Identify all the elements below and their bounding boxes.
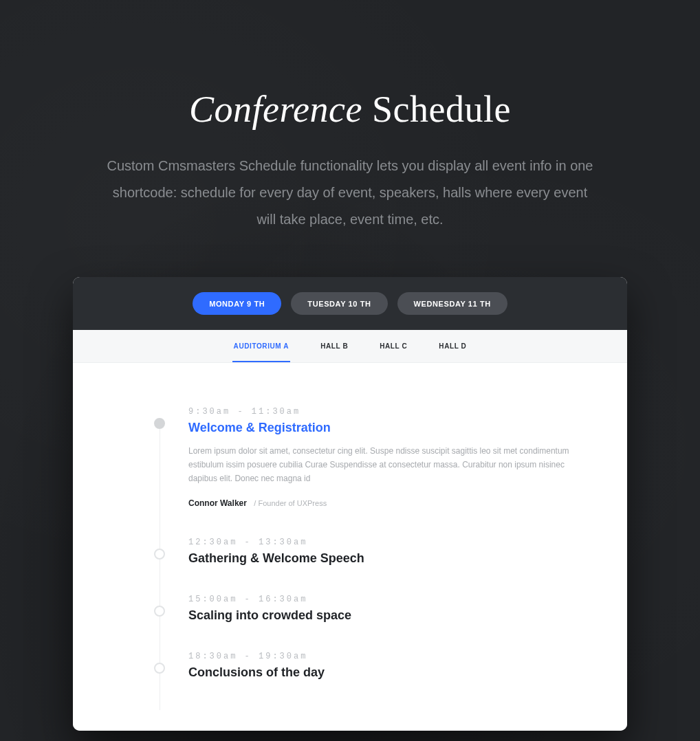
session-speaker-role: / Founder of UXPress xyxy=(254,499,327,507)
timeline-dot-icon xyxy=(154,549,165,560)
session-time: 9:30am - 11:30am xyxy=(188,407,579,417)
page-description: Custom Cmsmasters Schedule functionality… xyxy=(102,153,598,233)
day-tabs: MONDAY 9 TH TUESDAY 10 TH WEDNESDAY 11 T… xyxy=(73,277,627,330)
timeline-dot-icon xyxy=(154,663,165,674)
session-title[interactable]: Scaling into crowded space xyxy=(188,608,579,623)
session-item[interactable]: 18:30am - 19:30am Conclusions of the day xyxy=(135,652,579,680)
hall-tab-hall-b[interactable]: HALL B xyxy=(319,330,349,362)
session-title[interactable]: Gathering & Welcome Speech xyxy=(188,551,579,566)
page-title-italic: Conference xyxy=(189,89,362,130)
day-tab-tuesday[interactable]: TUESDAY 10 TH xyxy=(291,292,387,315)
session-time: 18:30am - 19:30am xyxy=(188,652,579,661)
session-description: Lorem ipsum dolor sit amet, consectetur … xyxy=(188,445,573,485)
timeline-dot-icon xyxy=(154,418,165,429)
session-title[interactable]: Conclusions of the day xyxy=(188,665,579,680)
timeline-dot-icon xyxy=(154,606,165,617)
hall-tab-hall-d[interactable]: HALL D xyxy=(437,330,468,362)
sessions-list: 9:30am - 11:30am Welcome & Registration … xyxy=(73,363,627,731)
hall-tab-auditorium-a[interactable]: AUDITORIUM A xyxy=(232,330,291,362)
session-speaker-row: Connor Walker / Founder of UXPress xyxy=(188,496,579,509)
session-time: 12:30am - 13:30am xyxy=(188,538,579,547)
session-item[interactable]: 12:30am - 13:30am Gathering & Welcome Sp… xyxy=(135,538,579,566)
session-item[interactable]: 15:00am - 16:30am Scaling into crowded s… xyxy=(135,595,579,623)
session-time: 15:00am - 16:30am xyxy=(188,595,579,604)
page-title: Conference Schedule xyxy=(0,88,700,131)
session-speaker: Connor Walker xyxy=(188,498,247,508)
hall-tabs: AUDITORIUM A HALL B HALL C HALL D xyxy=(73,330,627,363)
page-title-rest: Schedule xyxy=(362,89,511,130)
hall-tab-hall-c[interactable]: HALL C xyxy=(378,330,408,362)
day-tab-monday[interactable]: MONDAY 9 TH xyxy=(193,292,281,315)
page-header: Conference Schedule Custom Cmsmasters Sc… xyxy=(0,0,700,233)
schedule-card: MONDAY 9 TH TUESDAY 10 TH WEDNESDAY 11 T… xyxy=(73,277,627,731)
day-tab-wednesday[interactable]: WEDNESDAY 11 TH xyxy=(397,292,507,315)
session-title[interactable]: Welcome & Registration xyxy=(188,421,579,435)
session-item[interactable]: 9:30am - 11:30am Welcome & Registration … xyxy=(135,407,579,509)
